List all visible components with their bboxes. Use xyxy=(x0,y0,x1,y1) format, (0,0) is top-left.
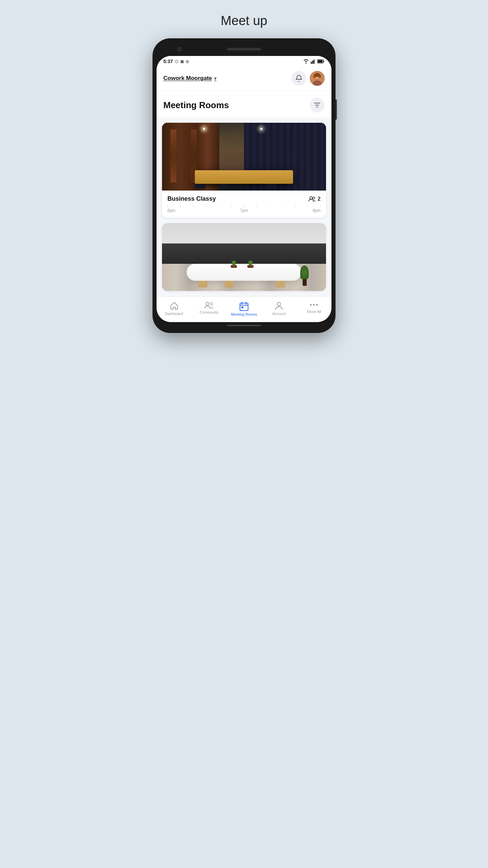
chair-2 xyxy=(219,181,229,189)
tick xyxy=(193,205,193,207)
location-selector[interactable]: Cowork Moorgate ▾ xyxy=(163,75,217,82)
chair-wood-1 xyxy=(198,281,207,288)
tick xyxy=(231,205,231,207)
nav-item-account[interactable]: Account xyxy=(265,300,292,316)
home-icon xyxy=(170,301,179,310)
svg-point-16 xyxy=(206,302,209,305)
app-header: Cowork Moorgate ▾ xyxy=(157,67,331,91)
avatar-image xyxy=(310,71,325,86)
flower-pot-2 xyxy=(247,260,253,268)
account-icon xyxy=(275,301,283,310)
notification-button[interactable] xyxy=(291,71,306,86)
time-label-7pm: 7pm xyxy=(240,208,248,213)
curtains xyxy=(244,123,326,191)
phone-frame: 5:37 ⬡ ▣ ◎ xyxy=(152,38,336,333)
rooms-list: Business Classy 2 xyxy=(157,117,331,296)
status-time: 5:37 xyxy=(163,59,173,64)
nav-item-show-all[interactable]: Show All xyxy=(300,300,327,314)
nav-label-meeting-rooms: Meeting Rooms xyxy=(231,312,257,317)
conference-table xyxy=(199,170,289,182)
svg-rect-19 xyxy=(241,307,243,308)
section-header: Meeting Rooms xyxy=(157,91,331,117)
svg-rect-2 xyxy=(313,60,314,64)
phone-speaker xyxy=(227,48,261,51)
chevron-down-icon: ▾ xyxy=(214,76,217,81)
flower-pot-1 xyxy=(231,260,237,268)
svg-rect-5 xyxy=(324,61,324,62)
room-name-row-1: Business Classy 2 xyxy=(167,195,321,202)
svg-rect-18 xyxy=(240,303,248,311)
tick xyxy=(244,205,244,207)
svg-point-21 xyxy=(310,304,312,306)
page-title: Meet up xyxy=(221,14,267,28)
tick xyxy=(218,205,219,207)
tick xyxy=(257,205,257,207)
timeline-labels-1: 6pm 7pm 8pm xyxy=(167,208,321,213)
nav-item-meeting-rooms[interactable]: Meeting Rooms xyxy=(230,300,258,317)
svg-point-15 xyxy=(313,197,315,199)
phone-top-bar xyxy=(157,42,331,56)
phone-bottom-bar xyxy=(157,322,331,329)
room-image-2 xyxy=(162,223,326,291)
room-card-1[interactable]: Business Classy 2 xyxy=(162,123,326,218)
more-icon xyxy=(309,301,318,308)
bell-icon xyxy=(296,75,302,82)
chair-3 xyxy=(267,181,277,189)
tick xyxy=(295,205,295,207)
svg-rect-6 xyxy=(318,60,323,63)
capacity-1: 2 xyxy=(308,196,321,202)
nav-label-community: Community xyxy=(200,310,219,315)
svg-point-13 xyxy=(319,75,321,78)
wifi-icon xyxy=(303,59,309,64)
svg-rect-0 xyxy=(311,62,312,64)
battery-icon xyxy=(317,59,325,63)
community-icon xyxy=(204,301,214,309)
capacity-icon-1 xyxy=(308,196,316,202)
tick xyxy=(167,205,168,207)
location-label: Cowork Moorgate xyxy=(163,75,212,82)
chair-wood-2 xyxy=(224,281,234,288)
panel-2 xyxy=(191,130,197,182)
chair-wood-3 xyxy=(276,281,285,288)
calendar-icon xyxy=(239,301,249,311)
room-name-1: Business Classy xyxy=(167,195,216,202)
svg-point-12 xyxy=(313,75,316,78)
nav-item-dashboard[interactable]: Dashboard xyxy=(161,300,188,316)
panel-1 xyxy=(170,130,177,182)
time-label-6pm: 6pm xyxy=(167,208,175,213)
ceiling-light-1 xyxy=(203,128,205,130)
filter-icon xyxy=(314,102,321,108)
svg-point-22 xyxy=(313,304,315,306)
bottom-nav: Dashboard Community Meeting Ro xyxy=(157,296,331,322)
tick xyxy=(206,205,206,207)
tick xyxy=(320,205,321,207)
tick xyxy=(307,205,308,207)
phone-screen: 5:37 ⬡ ▣ ◎ xyxy=(157,56,331,322)
tick-row-1 xyxy=(167,205,321,207)
svg-point-17 xyxy=(210,303,212,305)
wall-left xyxy=(162,123,219,191)
white-table xyxy=(187,264,302,281)
room-image-1 xyxy=(162,123,326,191)
capacity-count-1: 2 xyxy=(318,196,321,202)
timeline-1: 6pm 7pm 8pm xyxy=(167,205,321,213)
nav-item-community[interactable]: Community xyxy=(196,300,223,315)
status-left: 5:37 ⬡ ▣ ◎ xyxy=(163,59,189,64)
plant xyxy=(300,265,310,286)
svg-rect-3 xyxy=(315,59,316,64)
header-actions xyxy=(291,71,325,86)
status-right xyxy=(303,59,325,64)
tick xyxy=(282,205,282,207)
svg-rect-1 xyxy=(312,61,313,64)
time-label-8pm: 8pm xyxy=(313,208,321,213)
room-info-1: Business Classy 2 xyxy=(162,191,326,218)
status-icon-1: ⬡ xyxy=(175,59,178,64)
status-icon-2: ▣ xyxy=(180,59,184,64)
status-icon-3: ◎ xyxy=(186,59,189,64)
room-card-2[interactable] xyxy=(162,223,326,291)
tick xyxy=(180,205,181,207)
tick xyxy=(269,205,270,207)
nav-label-show-all: Show All xyxy=(307,310,321,314)
avatar-button[interactable] xyxy=(310,71,325,86)
filter-button[interactable] xyxy=(310,98,325,113)
